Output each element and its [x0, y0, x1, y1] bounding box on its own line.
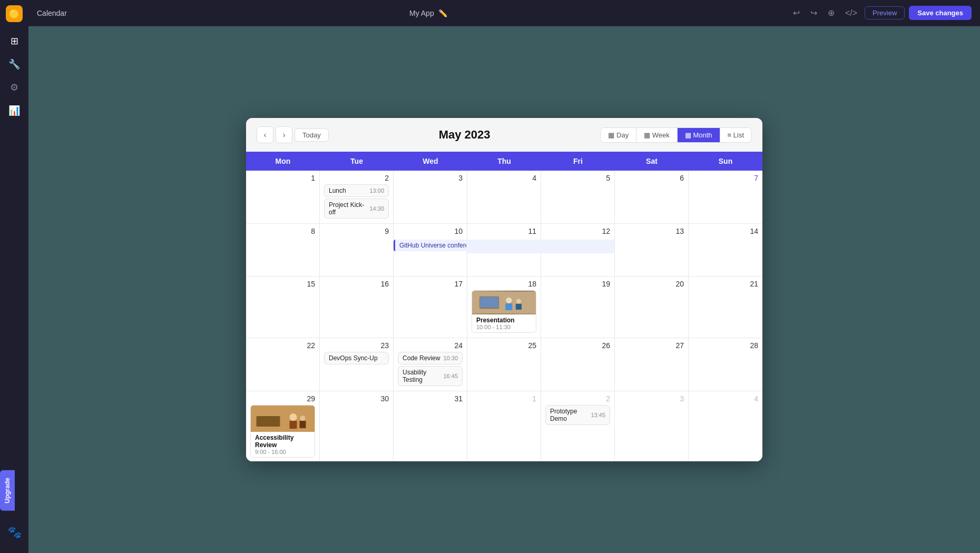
table-row[interactable]: 17: [394, 276, 467, 338]
calendar-widget: ‹ › Today May 2023 ▦ Day ▦ Week ▦ Month …: [246, 118, 762, 461]
view-week-button[interactable]: ▦ Week: [636, 128, 677, 142]
topbar-center: My App ✏️: [73, 9, 783, 17]
table-row[interactable]: 28: [689, 338, 762, 391]
table-row[interactable]: 3: [394, 171, 467, 224]
main-area: Calendar My App ✏️ ↩ ↪ ⊕ </> Preview Sav…: [28, 0, 980, 553]
table-row[interactable]: 31: [394, 391, 467, 461]
day-header-tue: Tue: [320, 152, 394, 171]
calendar-nav: ‹ › Today: [257, 126, 329, 143]
svg-rect-5: [516, 304, 522, 310]
save-button[interactable]: Save changes: [909, 6, 972, 20]
svg-point-11: [300, 416, 306, 421]
event-usability-testing[interactable]: Usability Testing 16:45: [398, 366, 463, 386]
code-button[interactable]: </>: [842, 6, 860, 20]
svg-rect-10: [290, 421, 297, 429]
table-row[interactable]: 4: [467, 171, 541, 224]
day-header-mon: Mon: [246, 152, 320, 171]
app-logo[interactable]: 🟡: [6, 5, 23, 22]
table-row[interactable]: 2 Lunch 13:00 Project Kick-off 14:30: [320, 171, 394, 224]
table-row[interactable]: 19: [541, 276, 615, 338]
redo-button[interactable]: ↪: [807, 6, 820, 20]
next-month-button[interactable]: ›: [276, 126, 292, 143]
svg-point-4: [516, 299, 521, 304]
event-accessibility-review[interactable]: Accessibility Review 9:00 - 16:00: [250, 405, 315, 458]
table-row[interactable]: 25: [467, 338, 541, 391]
table-row[interactable]: 9: [320, 224, 394, 276]
table-row[interactable]: 11: [467, 224, 541, 276]
table-row[interactable]: 20: [615, 276, 689, 338]
svg-point-9: [290, 413, 297, 421]
sidebar-item-analytics[interactable]: 📊: [5, 101, 24, 120]
calendar-grid: Mon Tue Wed Thu Fri Sat Sun 1 2 Lunch 13…: [246, 152, 762, 461]
prev-month-button[interactable]: ‹: [257, 126, 273, 143]
table-row[interactable]: 4: [689, 391, 762, 461]
accessibility-image: [251, 406, 315, 432]
today-button[interactable]: Today: [295, 129, 329, 142]
table-row[interactable]: 16: [320, 276, 394, 338]
table-row[interactable]: 12: [541, 224, 615, 276]
edit-icon[interactable]: ✏️: [438, 9, 447, 17]
table-row[interactable]: 2 Prototype Demo 13:45: [541, 391, 615, 461]
table-row[interactable]: 10 GitHub Universe conference: [394, 224, 467, 276]
month-title: May 2023: [439, 128, 491, 142]
view-list-button[interactable]: ≡ List: [720, 128, 751, 142]
table-row[interactable]: 18: [467, 276, 541, 338]
table-row[interactable]: 5: [541, 171, 615, 224]
table-row[interactable]: 8: [246, 224, 320, 276]
event-github-universe[interactable]: GitHub Universe conference: [394, 240, 468, 251]
svg-point-2: [506, 298, 512, 303]
table-row[interactable]: 26: [541, 338, 615, 391]
day-header-fri: Fri: [541, 152, 615, 171]
svg-rect-6: [480, 297, 498, 308]
table-row[interactable]: 23 DevOps Sync-Up: [320, 338, 394, 391]
content-area: ‹ › Today May 2023 ▦ Day ▦ Week ▦ Month …: [28, 26, 980, 553]
event-project-kickoff[interactable]: Project Kick-off 14:30: [324, 199, 389, 219]
svg-rect-8: [257, 416, 280, 427]
event-github-span-mid: [466, 240, 542, 253]
table-row[interactable]: 1: [467, 391, 541, 461]
presentation-image: [472, 291, 536, 314]
event-lunch[interactable]: Lunch 13:00: [324, 184, 389, 197]
view-switcher: ▦ Day ▦ Week ▦ Month ≡ List: [600, 127, 752, 143]
table-row[interactable]: 24 Code Review 10:30 Usability Testing 1…: [394, 338, 467, 391]
event-github-span-end: [540, 240, 614, 253]
table-row[interactable]: 22: [246, 338, 320, 391]
table-row[interactable]: 21: [689, 276, 762, 338]
table-row[interactable]: 6: [615, 171, 689, 224]
view-day-button[interactable]: ▦ Day: [601, 128, 636, 142]
table-row[interactable]: 30: [320, 391, 394, 461]
table-row[interactable]: 15: [246, 276, 320, 338]
table-row[interactable]: 14: [689, 224, 762, 276]
event-code-review[interactable]: Code Review 10:30: [398, 352, 463, 364]
table-row[interactable]: 29 A: [246, 391, 320, 461]
view-month-button[interactable]: ▦ Month: [677, 128, 720, 142]
table-row[interactable]: 7: [689, 171, 762, 224]
svg-rect-3: [505, 303, 512, 310]
topbar-actions: ↩ ↪ ⊕ </> Preview Save changes: [790, 6, 972, 20]
event-prototype-demo[interactable]: Prototype Demo 13:45: [545, 405, 610, 425]
table-row[interactable]: 1: [246, 171, 320, 224]
topbar: Calendar My App ✏️ ↩ ↪ ⊕ </> Preview Sav…: [28, 0, 980, 26]
extra-button[interactable]: ⊕: [825, 6, 838, 20]
day-header-sun: Sun: [689, 152, 762, 171]
event-devops[interactable]: DevOps Sync-Up: [324, 352, 389, 364]
svg-rect-12: [300, 421, 306, 428]
calendar-header: ‹ › Today May 2023 ▦ Day ▦ Week ▦ Month …: [246, 118, 762, 152]
upgrade-tab[interactable]: Upgrade: [0, 470, 15, 511]
table-row[interactable]: 13: [615, 224, 689, 276]
undo-button[interactable]: ↩: [790, 6, 803, 20]
page-title: Calendar: [37, 9, 67, 17]
table-row[interactable]: 27: [615, 338, 689, 391]
sidebar-item-tools[interactable]: 🔧: [5, 55, 24, 74]
day-header-thu: Thu: [467, 152, 541, 171]
day-header-wed: Wed: [394, 152, 467, 171]
event-presentation[interactable]: Presentation 10:00 - 11:30: [472, 290, 536, 333]
table-row[interactable]: 3: [615, 391, 689, 461]
sidebar-item-settings[interactable]: ⚙: [5, 78, 24, 97]
app-name: My App: [409, 9, 434, 17]
sidebar-item-dashboard[interactable]: ⊞: [5, 32, 24, 51]
preview-button[interactable]: Preview: [865, 6, 905, 19]
day-header-sat: Sat: [615, 152, 689, 171]
paw-icon: 🐾: [7, 520, 22, 542]
